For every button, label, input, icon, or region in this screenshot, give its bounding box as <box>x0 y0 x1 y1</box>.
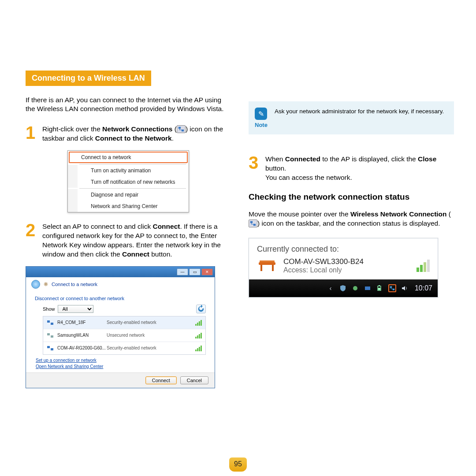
tray-icon[interactable] <box>351 284 359 292</box>
text-bold: Network Connections <box>102 125 172 133</box>
network-security: Security-enabled network <box>107 320 193 325</box>
note-icon: ✎ <box>255 108 267 120</box>
tray-icon[interactable] <box>364 284 372 292</box>
network-list: R4_COM_18F Security-enabled network Sams… <box>43 316 206 355</box>
note-text: Ask your network administrator for the n… <box>275 108 444 115</box>
step-2: 2 Select an AP to connect to and click C… <box>26 222 231 259</box>
text: You can access the network. <box>265 173 454 182</box>
signal-icon <box>195 320 202 326</box>
svg-rect-10 <box>259 262 275 265</box>
taskbar: ‹ 10:07 <box>249 279 438 297</box>
refresh-button[interactable] <box>196 305 206 313</box>
connect-button[interactable]: Connect <box>145 376 177 384</box>
taskbar-clock[interactable]: 10:07 <box>415 284 432 292</box>
tooltip-title: Currently connected to: <box>257 245 430 254</box>
network-row[interactable]: COM-AV-RG2000-G60... Security-enabled ne… <box>43 342 205 354</box>
svg-rect-5 <box>51 335 53 338</box>
battery-icon[interactable] <box>376 284 384 292</box>
text-bold: Connect to the Network <box>95 134 172 142</box>
wireless-connection-tray-icon[interactable] <box>388 284 396 292</box>
step-number: 2 <box>26 222 39 238</box>
minimize-button[interactable]: — <box>177 268 188 275</box>
signal-icon <box>195 345 202 351</box>
svg-rect-13 <box>272 265 274 271</box>
svg-rect-6 <box>47 346 50 348</box>
step-1: 1 Right-click over the Network Connectio… <box>26 125 231 143</box>
text-bold: Wireless Network Connection <box>350 210 447 218</box>
security-icon[interactable] <box>339 284 347 292</box>
text: Select an AP to connect to and click <box>42 223 152 230</box>
menu-item-diagnose[interactable]: Diagnose and repair <box>68 189 189 201</box>
dialog-header: ❋ Connect to a network <box>26 277 215 291</box>
context-menu: Connect to a network Turn on activity an… <box>67 150 189 212</box>
svg-rect-7 <box>51 348 53 350</box>
text: ( <box>172 125 176 133</box>
svg-rect-15 <box>365 286 370 290</box>
chevron-left-icon[interactable]: ‹ <box>327 284 335 292</box>
dialog-heading: Disconnect or connect to another network <box>35 296 206 301</box>
text: When <box>265 155 285 163</box>
sub-heading: Checking the network connection status <box>249 192 454 202</box>
close-button[interactable]: ✕ <box>201 268 213 275</box>
step-3: 3 When Connected to the AP is displayed,… <box>249 155 454 182</box>
maximize-button[interactable]: ▭ <box>189 268 201 275</box>
svg-rect-17 <box>378 288 380 290</box>
menu-item-notification[interactable]: Turn off notification of new networks <box>68 176 189 188</box>
svg-rect-19 <box>390 286 392 288</box>
text: Right-click over the <box>42 125 102 133</box>
text-bold: Connected <box>285 155 320 163</box>
text-bold: Connect <box>152 223 180 230</box>
intro-text: If there is an AP, you can connect to th… <box>26 96 231 113</box>
svg-rect-12 <box>260 265 262 271</box>
network-icon <box>47 332 54 339</box>
open-sharing-center-link[interactable]: Open Network and Sharing Center <box>36 364 206 370</box>
tooltip-access: Access: Local only <box>283 266 364 274</box>
section-title: Connecting to a Wireless LAN <box>26 71 151 86</box>
menu-separator <box>79 188 186 189</box>
connect-dialog: — ▭ ✕ ❋ Connect to a network Disconnect … <box>26 266 215 388</box>
show-select[interactable]: All <box>58 305 93 313</box>
text: Move the mouse pointer over the <box>249 210 350 218</box>
volume-icon[interactable] <box>401 284 409 292</box>
text: . <box>172 134 174 142</box>
svg-rect-18 <box>379 285 380 286</box>
wizard-icon: ❋ <box>44 281 48 287</box>
wireless-connection-icon <box>249 219 257 227</box>
svg-rect-3 <box>51 323 53 325</box>
text: ( <box>447 210 451 218</box>
svg-rect-0 <box>178 127 181 129</box>
step-number: 1 <box>26 125 39 141</box>
svg-point-14 <box>353 286 357 290</box>
back-button[interactable] <box>31 280 40 289</box>
menu-separator <box>79 164 186 164</box>
dialog-titlebar: — ▭ ✕ <box>26 267 215 277</box>
menu-item-sharing-center[interactable]: Network and Sharing Center <box>68 201 189 212</box>
network-row[interactable]: SamsungWLAN Unsecured network <box>43 329 205 342</box>
setup-connection-link[interactable]: Set up a connection or network <box>36 357 206 364</box>
step-number: 3 <box>249 155 262 171</box>
note-label: Note <box>255 122 268 128</box>
network-security: Unsecured network <box>107 333 193 338</box>
network-name: SamsungWLAN <box>57 333 107 338</box>
cancel-button[interactable]: Cancel <box>180 376 208 384</box>
network-row[interactable]: R4_COM_18F Security-enabled network <box>43 316 205 329</box>
dialog-title: Connect to a network <box>52 282 97 287</box>
network-icon <box>47 345 54 352</box>
note-box: ✎ Note Ask your network administrator fo… <box>249 101 454 134</box>
svg-rect-4 <box>47 333 50 335</box>
show-label: Show <box>43 306 55 312</box>
text: button. <box>149 250 172 258</box>
text: to the AP is displayed, click the <box>320 155 418 163</box>
signal-strength-icon <box>415 260 430 272</box>
svg-rect-11 <box>260 260 275 262</box>
network-name: R4_COM_18F <box>57 320 107 325</box>
network-icon <box>47 319 54 326</box>
network-connections-icon <box>177 125 186 133</box>
paragraph: Move the mouse pointer over the Wireless… <box>249 210 454 228</box>
menu-item-connect-to-network[interactable]: Connect to a network <box>69 152 188 163</box>
page-number: 95 <box>229 457 247 472</box>
menu-item-activity-animation[interactable]: Turn on activity animation <box>68 165 189 176</box>
text: button. <box>265 164 286 172</box>
text-bold: Connect <box>122 250 149 258</box>
text: ) icon on the taskbar, and the connectio… <box>257 219 440 227</box>
